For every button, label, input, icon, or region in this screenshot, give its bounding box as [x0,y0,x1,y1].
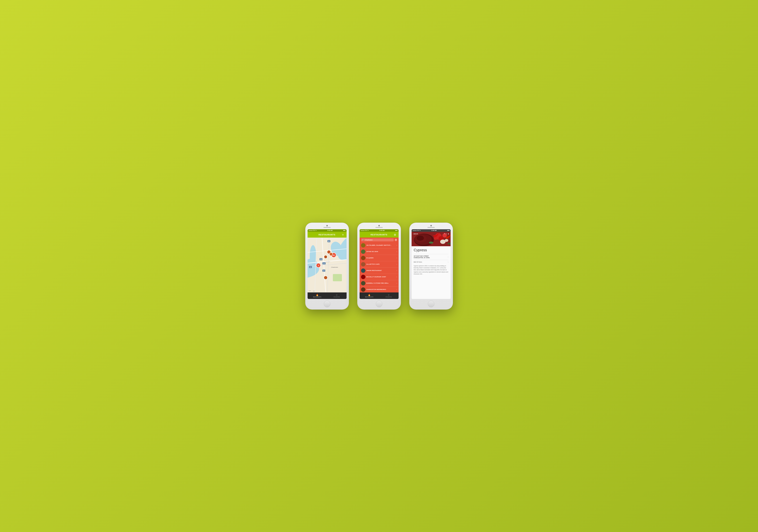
tab-restaurants-1[interactable]: 🔥 RESTAURANTS [308,292,327,299]
svg-point-42 [429,242,433,244]
speaker-3 [428,227,435,228]
phone-screen-1: ●●●●● AT&T ▾ 9:42 AM ■■■ RESTAURANTS ≡ [308,229,347,299]
svg-text:78: 78 [320,259,322,260]
home-button-1[interactable] [324,301,330,307]
phone-top-bar-3 [412,225,451,229]
facebook-icon[interactable]: f [444,233,445,235]
status-bar-1: ●●●●● AT&T ▾ 9:42 AM ■■■ [308,229,347,232]
detail-nav: ‹ BACK f t ★ [412,232,451,236]
restaurant-thumb-5 [361,275,365,279]
phone-top-bar-1 [308,225,347,229]
svg-text:52: 52 [328,241,329,242]
chevron-icon-5: › [396,276,397,278]
restaurant-thumb-3 [361,262,365,266]
list-item[interactable]: 39 RUE DE JEAN › [360,249,398,255]
status-left-3: ●●●●● AT&T ▾ [413,230,421,231]
back-label: BACK [414,233,418,235]
phone-chevron-icon: › [448,261,448,263]
search-bar[interactable]: 🔍 Charleston ✕ [360,238,398,242]
tab-favorites-label-1: FAVORITES [333,296,340,297]
restaurant-thumb-7 [361,287,365,292]
tab-restaurants-2[interactable]: 🔥 RESTAURANTS [360,292,379,299]
phone-bottom-bar-3 [412,299,451,307]
chevron-icon-3: › [396,263,397,265]
tab-bar-2: 🔥 RESTAURANTS ☆ FAVORITES [360,292,398,299]
svg-point-25 [329,252,333,256]
speaker-1 [324,227,331,228]
restaurant-name-0: 181 PALMER, CULINARY INSTITUT... [366,245,396,246]
search-clear-button[interactable]: ✕ [395,239,397,241]
restaurant-thumb-2 [361,256,365,260]
list-item[interactable]: 181 PALMER, CULINARY INSTITUT... › [360,242,398,249]
svg-rect-3 [333,274,342,281]
camera-2 [378,225,380,226]
status-time-1: 9:42 AM [327,230,332,231]
restaurant-name-1: 39 RUE DE JEAN [366,251,396,252]
svg-text:43: 43 [333,254,334,256]
phone-detail: ●●●●● AT&T ▾ 9:46 AM ■■■ [409,223,453,310]
restaurant-thumb-1 [361,249,365,254]
restaurant-name-2: 82 QUEEN [366,257,396,259]
detail-content: Cypress 167 EAST BAY STREET CHARLESTON, … [412,246,451,299]
address-line-2: CHARLESTON, SC 29401 [414,257,430,259]
svg-text:Place: Place [313,291,315,292]
svg-point-41 [445,239,448,242]
restaurant-name-7: CHARLESTON BEERWORKS [366,289,396,290]
restaurant-name-detail: Cypress [414,248,448,252]
phone-list: ●●●●● AT&T ▾ 9:45 AM ■■■ RESTAURANTS ⊞ 🔍… [358,223,401,310]
app-title-2: RESTAURANTS [365,234,393,236]
phone-top-bar-2 [360,225,398,229]
restaurant-address: 167 EAST BAY STREET CHARLESTON, SC 29401 [414,255,430,259]
app-header-2: RESTAURANTS ⊞ [360,232,398,238]
tab-favorites-label-2: FAVORITES [386,296,392,297]
list-item[interactable]: BURWELL'S STONE FIRE GRILL › [360,280,398,286]
status-time-3: 9:46 AM [431,230,436,231]
address-row[interactable]: 167 EAST BAY STREET CHARLESTON, SC 29401… [414,254,448,260]
restaurant-name-3: ALLUETTE'S CAFE [366,263,396,265]
address-line-1: 167 EAST BAY STREET [414,255,430,257]
status-right-2: ■■■ [395,230,397,231]
svg-text:3: 3 [318,265,319,266]
flame-icon-2: 🔥 [368,294,371,296]
chevron-icon-4: › [396,270,397,272]
tab-restaurants-label-1: RESTAURANTS [313,296,321,297]
camera-3 [431,225,432,226]
list-item[interactable]: BIG BILLY'S BURGER JOINT › [360,274,398,280]
tab-favorites-1[interactable]: ☆ FAVORITES [327,292,347,299]
restaurant-name-4: ANSON RESTAURANT [366,270,396,271]
star-icon-2: ☆ [388,294,390,296]
list-item[interactable]: ANSON RESTAURANT › [360,268,398,274]
status-left-1: ●●●●● AT&T ▾ [309,230,317,231]
back-button[interactable]: ‹ BACK [413,233,418,235]
search-input[interactable]: 🔍 Charleston [361,239,394,241]
svg-point-26 [324,255,327,258]
menu-icon-1[interactable]: ≡ [341,233,345,236]
map-area[interactable]: 52 17 78 171 17 Charleston Cal [308,238,347,292]
app-title-1: RESTAURANTS [313,234,341,236]
home-button-2[interactable] [376,301,382,307]
app-header-1: RESTAURANTS ≡ [308,232,347,238]
favorite-icon[interactable]: ★ [448,233,449,235]
chevron-icon-7: › [396,289,397,290]
list-item[interactable]: ALLUETTE'S CAFE › [360,261,398,268]
tab-favorites-2[interactable]: ☆ FAVORITES [379,292,398,299]
svg-text:Legal: Legal [309,290,311,291]
twitter-icon[interactable]: t [446,233,446,235]
list-item[interactable]: 82 QUEEN › [360,255,398,261]
phone-screen-2: ●●●●● AT&T ▾ 9:45 AM ■■■ RESTAURANTS ⊞ 🔍… [360,229,398,299]
restaurant-thumb-6 [361,281,365,285]
status-right-3: ■■■ [447,230,450,231]
list-item[interactable]: CHARLESTON BEERWORKS › [360,286,398,292]
address-chevron-icon: › [448,256,448,258]
phone-row[interactable]: 843-727-0111 › [414,260,448,264]
chevron-icon-0: › [396,245,397,246]
restaurant-thumb-4 [361,268,365,273]
camera-1 [327,225,328,226]
map-icon-2[interactable]: ⊞ [393,233,397,236]
restaurant-name-5: BIG BILLY'S BURGER JOINT [366,276,396,278]
restaurant-phone: 843-727-0111 [414,261,422,263]
back-chevron-icon: ‹ [413,233,414,235]
phone-screen-3: ●●●●● AT&T ▾ 9:46 AM ■■■ [412,229,451,299]
tab-restaurants-label-2: RESTAURANTS [365,296,373,297]
home-button-3[interactable] [428,301,434,307]
